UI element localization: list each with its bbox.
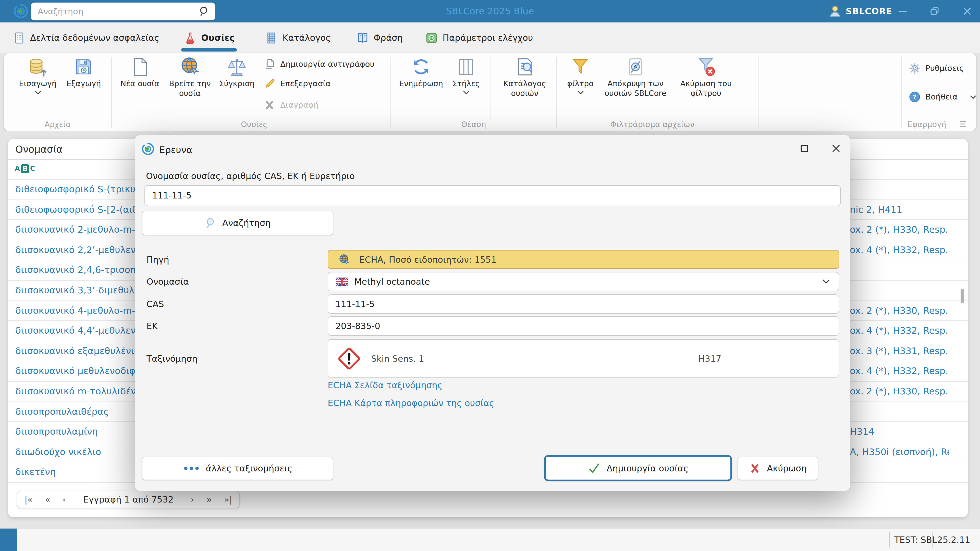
first-page-button[interactable]: |«: [24, 494, 33, 505]
tab-label: Δελτία δεδομένων ασφαλείας: [30, 33, 159, 43]
name-select[interactable]: Methyl octanoate: [328, 272, 839, 291]
settings-label: Ρυθμίσεις: [925, 64, 964, 73]
classification-code: H317: [698, 349, 721, 368]
compare-label: Σύγκριση: [219, 79, 255, 89]
research-dialog: Ερευνα Ονομασία ουσίας, αριθμός CAS, ΕΚ …: [135, 135, 850, 491]
source-label: Πηγή: [146, 254, 169, 265]
funnel-icon: [570, 56, 591, 78]
tab-substances[interactable]: Ουσίες: [175, 22, 243, 53]
echa-infocard-link[interactable]: ECHA Κάρτα πληροφοριών της ουσίας: [328, 398, 494, 408]
document-search-icon: [514, 56, 535, 78]
compare-button[interactable]: Σύγκριση: [211, 56, 262, 89]
export-button[interactable]: Εξαγωγή: [58, 56, 109, 89]
chevron-down-icon: [576, 90, 584, 95]
global-search-input[interactable]: Αναζήτηση: [30, 3, 215, 21]
cas-label: CAS: [146, 299, 164, 309]
echa-globe-icon: [339, 254, 350, 265]
create-substance-label: Δημιουργία ουσίας: [607, 463, 689, 473]
minimize-button[interactable]: [896, 5, 910, 17]
create-substance-button[interactable]: Δημιουργία ουσίας: [544, 455, 732, 481]
gear-icon: [908, 62, 921, 75]
database-import-icon: [27, 56, 48, 78]
account-badge[interactable]: SBLCORE: [829, 0, 892, 22]
target-icon: [425, 32, 438, 44]
tab-phrase[interactable]: Φράση: [348, 22, 411, 53]
substance-catalog-button[interactable]: Κατάλογος ουσιών: [498, 56, 551, 98]
tab-label: Κατάλογος: [283, 33, 331, 43]
red-x-icon: [749, 462, 761, 475]
new-substance-button[interactable]: Νέα ουσία: [115, 56, 165, 89]
status-app-icon[interactable]: [0, 529, 17, 551]
prev-page-button[interactable]: ‹: [62, 494, 66, 505]
duplicate-button[interactable]: Δημιουργία αντιγράφου: [263, 58, 375, 70]
filter-button[interactable]: φίλτρο: [558, 56, 602, 95]
duplicate-label: Δημιουργία αντιγράφου: [280, 60, 375, 69]
dialog-title: Ερευνα: [159, 144, 192, 155]
app-menu-icon[interactable]: [959, 121, 967, 127]
user-icon: [829, 5, 842, 18]
import-label: Εισαγωγή: [19, 79, 57, 89]
source-value: ECHA, Ποσό ειδοποιητών: 1551: [360, 250, 496, 268]
settings-button[interactable]: Ρυθμίσεις: [908, 62, 964, 75]
svg-text:?: ?: [913, 94, 916, 101]
find-substance-label: Βρείτε την ουσία: [164, 79, 215, 98]
refresh-icon: [410, 56, 432, 78]
help-button[interactable]: ? Βοήθεια: [908, 91, 977, 103]
dialog-cancel-button[interactable]: Ακύρωση: [738, 457, 818, 480]
import-button[interactable]: Εισαγωγή: [12, 56, 63, 95]
uk-flag-icon: [336, 278, 348, 286]
dialog-search-button[interactable]: Αναζήτηση: [142, 211, 333, 235]
echa-classification-link[interactable]: ECHA Σελίδα ταξινόμησης: [328, 380, 442, 390]
more-dots-icon: [183, 465, 200, 472]
new-page-icon: [129, 56, 151, 78]
fast-next-button[interactable]: »: [207, 494, 212, 505]
ec-label: ΕΚ: [146, 321, 158, 331]
dialog-maximize-button[interactable]: [799, 143, 810, 154]
restore-button[interactable]: [928, 5, 941, 17]
tab-control-parameters[interactable]: Παράμετροι ελέγχου: [417, 22, 542, 53]
search-icon: [197, 6, 209, 17]
check-icon: [588, 462, 601, 475]
funnel-cancel-icon: [695, 56, 717, 78]
edit-label: Επεξεργασία: [280, 79, 331, 88]
tab-label: Παράμετροι ελέγχου: [442, 33, 533, 43]
book-icon: [356, 32, 369, 44]
group-label-substances: Ουσίες: [208, 120, 300, 129]
refresh-button[interactable]: Ενημέρωση: [395, 56, 447, 89]
name-label: Ονομασία: [146, 276, 189, 287]
source-badge[interactable]: ECHA, Ποσό ειδοποιητών: 1551: [328, 250, 839, 269]
fast-prev-button[interactable]: «: [45, 494, 50, 505]
next-page-button[interactable]: ›: [191, 494, 194, 505]
query-value: 111-11-5: [152, 186, 840, 206]
delete-label: Διαγραφή: [280, 100, 319, 110]
other-classifications-button[interactable]: άλλες ταξινομήσεις: [142, 457, 333, 480]
dialog-close-button[interactable]: [830, 143, 842, 154]
query-input[interactable]: 111-11-5: [145, 185, 841, 206]
hide-sblcore-substances-button[interactable]: Απόκρυψη των ουσιών SBLCore: [597, 56, 674, 98]
column-header-name: Ονομασία: [15, 139, 63, 159]
tab-safety-data-sheets[interactable]: Δελτία δεδομένων ασφαλείας: [4, 22, 168, 53]
version-label: 25.2.11: [937, 529, 970, 551]
pencil-icon: [263, 78, 275, 90]
globe-search-icon: [179, 56, 200, 78]
last-page-button[interactable]: »|: [224, 494, 232, 505]
find-substance-button[interactable]: Βρείτε την ουσία: [164, 56, 215, 98]
vertical-scrollbar[interactable]: [961, 289, 964, 303]
record-counter: Εγγραφή 1 από 7532: [78, 494, 179, 505]
abc-filter-icon: ABC: [15, 164, 35, 173]
classification-label: Ταξινόμηση: [146, 354, 197, 364]
substance-catalog-label: Κατάλογος ουσιών: [498, 79, 551, 98]
ribbon: Αρχεία Ουσίες Θέαση Φιλτράρισμα αρχείων …: [4, 53, 976, 131]
ec-input[interactable]: 203-835-0: [328, 316, 839, 336]
delete-button[interactable]: Διαγραφή: [263, 99, 319, 111]
edit-button[interactable]: Επεξεργασία: [263, 78, 331, 90]
cancel-filter-button[interactable]: Ακύρωση του φίλτρου: [668, 56, 744, 98]
delete-x-icon: [263, 99, 275, 111]
filter-label: φίλτρο: [567, 79, 593, 89]
close-button[interactable]: [961, 5, 974, 17]
columns-button[interactable]: Στήλες: [444, 56, 488, 95]
group-label-filtering: Φιλτράρισμα αρχείων: [586, 120, 719, 129]
cas-input[interactable]: 111-11-5: [328, 294, 839, 314]
dialog-search-label: Αναζήτηση: [222, 218, 271, 228]
tab-catalog[interactable]: Κατάλογος: [256, 22, 339, 53]
